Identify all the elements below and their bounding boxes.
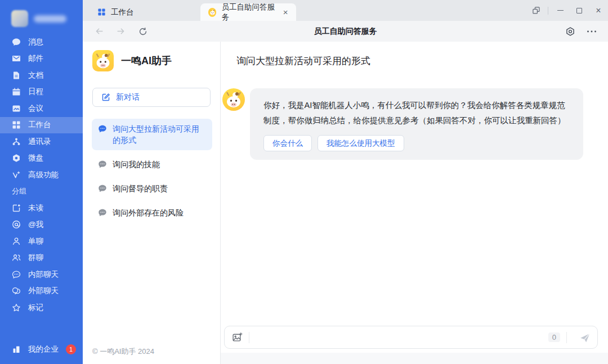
- bottom-strip: [221, 353, 608, 364]
- app-window: 消息 邮件 文档 日程 会议 工作台 通讯录 微盘: [0, 0, 608, 364]
- double-bubble-icon: [12, 286, 21, 295]
- message-bubble: 你好，我是AI智能机器人小鸣，有什么我可以帮到你的？我会给你解答各类规章规范制度…: [250, 88, 583, 160]
- conversation-item[interactable]: 询问我的技能: [92, 154, 212, 174]
- hexagon-drive-icon: [12, 154, 21, 163]
- sidebar-item-internal-chat[interactable]: 内部聊天: [0, 266, 83, 283]
- input-divider: [249, 332, 249, 343]
- sidebar-item-label: 日程: [28, 87, 43, 97]
- person-icon: [12, 237, 21, 246]
- sidebar-item-label: 工作台: [28, 120, 51, 130]
- sidebar-item-label: 邮件: [28, 53, 43, 64]
- minimize-button[interactable]: [551, 0, 570, 21]
- main-area: 工作台 员工自助问答服务 × × 员工自助问答服务: [83, 0, 608, 364]
- sidebar-group-label: 分组: [0, 183, 83, 200]
- conversation-item[interactable]: 询问督导的职责: [92, 178, 212, 199]
- tab-label: 工作台: [111, 7, 134, 17]
- new-chat-button[interactable]: 新对话: [92, 88, 211, 107]
- sidebar-spacer: [0, 316, 83, 340]
- tab-qa-service[interactable]: 员工自助问答服务 ×: [200, 3, 296, 21]
- bot-message-avatar: [222, 88, 245, 111]
- tab-workbench[interactable]: 工作台: [90, 3, 142, 21]
- sidebar-item-unread[interactable]: 未读: [0, 200, 83, 217]
- add-image-icon[interactable]: [232, 332, 243, 343]
- main-sidebar: 消息 邮件 文档 日程 会议 工作台 通讯录 微盘: [0, 0, 83, 364]
- sidebar-item-label: 标记: [28, 303, 43, 313]
- sidebar-item-at-me[interactable]: @我: [0, 217, 83, 233]
- sidebar-item-label: 外部聊天: [28, 286, 59, 296]
- conversation-list: 询问大型拉新活动可采用的形式 询问我的技能 询问督导的职责 询问外部存在的风险: [92, 119, 212, 223]
- document-icon: [12, 71, 21, 80]
- conversation-item[interactable]: 询问大型拉新活动可采用的形式: [92, 119, 212, 150]
- chat-title: 询问大型拉新活动可采用的形式: [221, 42, 608, 68]
- sidebar-item-contacts[interactable]: 通讯录: [0, 133, 83, 150]
- close-button[interactable]: ×: [589, 0, 608, 21]
- refresh-button[interactable]: [133, 23, 153, 40]
- chat-area: 询问大型拉新活动可采用的形式 你好，我是AI智能机器人小鸣，有什么我可以帮到你的…: [221, 42, 608, 364]
- sidebar-item-flagged[interactable]: 标记: [0, 299, 83, 316]
- sidebar-item-docs[interactable]: 文档: [0, 67, 83, 84]
- user-name-blurred: [34, 15, 66, 23]
- mail-icon: [12, 54, 21, 63]
- suggestion-what-can-you-do[interactable]: 你会什么: [263, 135, 312, 151]
- forward-button[interactable]: [111, 23, 130, 40]
- conversation-label: 询问外部存在的风险: [113, 207, 184, 218]
- sidebar-item-mail[interactable]: 邮件: [0, 51, 83, 68]
- sidebar-item-workbench[interactable]: 工作台: [0, 117, 83, 134]
- compose-icon: [101, 93, 110, 102]
- window-controls-divider: [548, 7, 548, 15]
- suggestion-how-to-use-llm[interactable]: 我能怎么使用大模型: [318, 135, 404, 151]
- grid-icon: [12, 120, 21, 129]
- org-chart-icon: [12, 137, 21, 146]
- assistant-panel: 一鸣AI助手 新对话 询问大型拉新活动可采用的形式 询问我的技能: [83, 42, 221, 364]
- popout-window-icon[interactable]: [526, 0, 546, 21]
- window-controls: ×: [526, 0, 608, 21]
- conversation-label: 询问我的技能: [113, 159, 160, 170]
- maximize-button[interactable]: [570, 0, 589, 21]
- sidebar-item-calendar[interactable]: 日程: [0, 84, 83, 101]
- sidebar-item-label: 我的企业: [28, 344, 59, 354]
- tab-bar: 工作台 员工自助问答服务 × ×: [83, 0, 608, 21]
- suggestion-buttons: 你会什么 我能怎么使用大模型: [263, 135, 570, 151]
- back-button[interactable]: [90, 23, 109, 40]
- chat-scroll-region[interactable]: [221, 160, 608, 326]
- app-toolbar: 员工自助问答服务: [83, 21, 608, 42]
- message-input[interactable]: [256, 326, 548, 348]
- sidebar-item-external-chat[interactable]: 外部聊天: [0, 283, 83, 300]
- chat-bubble-icon: [12, 38, 21, 47]
- calendar-icon: [12, 87, 21, 96]
- unread-square-icon: [12, 204, 21, 213]
- grid-icon: [97, 8, 106, 16]
- sidebar-item-group-chat[interactable]: 群聊: [0, 250, 83, 267]
- unread-count-badge: 1: [66, 344, 76, 354]
- sidebar-item-label: 通讯录: [28, 137, 51, 147]
- new-chat-label: 新对话: [116, 92, 140, 102]
- meeting-icon: [12, 104, 21, 113]
- bubble-dots-icon: [12, 270, 21, 279]
- user-profile[interactable]: [0, 0, 83, 34]
- send-icon[interactable]: [579, 332, 591, 343]
- conversation-item[interactable]: 询问外部存在的风险: [92, 203, 212, 223]
- user-avatar: [11, 10, 28, 27]
- sidebar-item-direct-chat[interactable]: 单聊: [0, 233, 83, 250]
- conversation-icon: [98, 124, 107, 133]
- sidebar-item-label: 高级功能: [28, 170, 59, 180]
- sidebar-item-meetings[interactable]: 会议: [0, 100, 83, 117]
- sidebar-item-my-enterprise[interactable]: 我的企业 1: [0, 339, 83, 364]
- sidebar-item-messages[interactable]: 消息: [0, 34, 83, 51]
- at-sign-icon: [12, 220, 21, 229]
- conversation-label: 询问大型拉新活动可采用的形式: [113, 123, 206, 146]
- sidebar-item-label: 消息: [28, 37, 43, 47]
- tab-label: 员工自助问答服务: [221, 2, 278, 23]
- people-icon: [12, 253, 21, 262]
- star-icon: [12, 303, 21, 312]
- sidebar-item-drive[interactable]: 微盘: [0, 150, 83, 167]
- assistant-header: 一鸣AI助手: [83, 42, 220, 71]
- sidebar-item-label: 内部聊天: [28, 269, 59, 280]
- more-options-icon[interactable]: [581, 23, 602, 40]
- settings-gear-icon[interactable]: [560, 23, 581, 40]
- tab-close-icon[interactable]: ×: [283, 8, 288, 16]
- sidebar-item-label: 未读: [28, 203, 43, 213]
- chat-message: 你好，我是AI智能机器人小鸣，有什么我可以帮到你的？我会给你解答各类规章规范制度…: [221, 68, 608, 160]
- sidebar-item-advanced[interactable]: 高级功能: [0, 167, 83, 183]
- conversation-icon: [98, 184, 107, 193]
